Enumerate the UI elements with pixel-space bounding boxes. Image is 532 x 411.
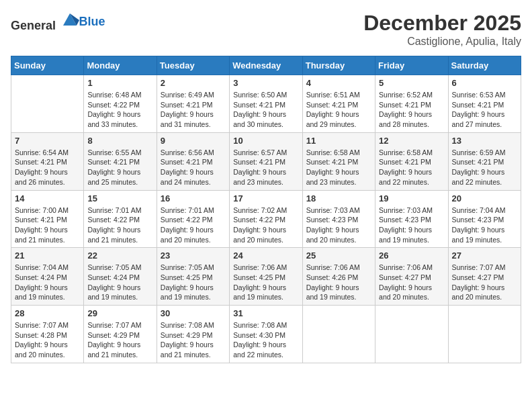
day-info: Sunrise: 6:56 AMSunset: 4:21 PMDaylight:…	[161, 148, 226, 187]
weekday-header-saturday: Saturday	[448, 56, 521, 75]
day-number: 26	[379, 250, 444, 261]
calendar-cell: 8Sunrise: 6:55 AMSunset: 4:21 PMDaylight…	[84, 132, 157, 190]
week-row-2: 7Sunrise: 6:54 AMSunset: 4:21 PMDaylight…	[11, 132, 521, 190]
logo: General Blue	[11, 11, 105, 33]
weekday-header-wednesday: Wednesday	[230, 56, 302, 75]
day-number: 1	[87, 78, 152, 88]
calendar-cell: 16Sunrise: 7:01 AMSunset: 4:22 PMDayligh…	[157, 190, 229, 248]
day-number: 19	[379, 193, 444, 203]
calendar-table: SundayMondayTuesdayWednesdayThursdayFrid…	[11, 56, 521, 363]
week-row-3: 14Sunrise: 7:00 AMSunset: 4:21 PMDayligh…	[11, 190, 521, 248]
day-info: Sunrise: 6:58 AMSunset: 4:21 PMDaylight:…	[306, 148, 371, 187]
calendar-cell: 15Sunrise: 7:01 AMSunset: 4:22 PMDayligh…	[84, 190, 157, 248]
calendar-cell: 6Sunrise: 6:53 AMSunset: 4:21 PMDaylight…	[448, 75, 521, 133]
day-info: Sunrise: 6:49 AMSunset: 4:21 PMDaylight:…	[161, 90, 226, 130]
day-number: 9	[161, 136, 226, 146]
day-number: 30	[161, 308, 226, 318]
day-number: 7	[15, 136, 80, 146]
calendar-cell: 24Sunrise: 7:06 AMSunset: 4:25 PMDayligh…	[230, 248, 302, 306]
day-info: Sunrise: 6:51 AMSunset: 4:21 PMDaylight:…	[306, 90, 371, 130]
calendar-cell: 27Sunrise: 7:07 AMSunset: 4:27 PMDayligh…	[448, 248, 521, 306]
calendar-cell: 29Sunrise: 7:07 AMSunset: 4:29 PMDayligh…	[84, 306, 157, 363]
calendar-cell: 30Sunrise: 7:08 AMSunset: 4:29 PMDayligh…	[157, 306, 229, 363]
calendar-cell: 14Sunrise: 7:00 AMSunset: 4:21 PMDayligh…	[11, 190, 84, 248]
week-row-5: 28Sunrise: 7:07 AMSunset: 4:28 PMDayligh…	[11, 306, 521, 363]
day-number: 8	[87, 136, 152, 146]
day-number: 31	[233, 308, 298, 318]
day-number: 21	[15, 250, 80, 261]
day-number: 6	[452, 78, 517, 88]
calendar-cell: 23Sunrise: 7:05 AMSunset: 4:25 PMDayligh…	[157, 248, 229, 306]
calendar-cell: 21Sunrise: 7:04 AMSunset: 4:24 PMDayligh…	[11, 248, 84, 306]
day-info: Sunrise: 7:05 AMSunset: 4:25 PMDaylight:…	[161, 263, 226, 302]
day-number: 24	[233, 250, 298, 261]
calendar-cell: 26Sunrise: 7:06 AMSunset: 4:27 PMDayligh…	[375, 248, 448, 306]
calendar-cell: 13Sunrise: 6:59 AMSunset: 4:21 PMDayligh…	[448, 132, 521, 190]
month-title: December 2025	[363, 11, 521, 36]
calendar-cell	[448, 306, 521, 363]
day-info: Sunrise: 6:53 AMSunset: 4:21 PMDaylight:…	[452, 90, 517, 130]
day-number: 11	[306, 136, 371, 146]
day-number: 25	[306, 250, 371, 261]
day-number: 29	[87, 308, 152, 318]
page-header: General Blue December 2025 Castiglione, …	[11, 11, 521, 48]
day-info: Sunrise: 6:55 AMSunset: 4:21 PMDaylight:…	[87, 148, 152, 187]
calendar-cell: 12Sunrise: 6:58 AMSunset: 4:21 PMDayligh…	[375, 132, 448, 190]
location-title: Castiglione, Apulia, Italy	[363, 36, 521, 48]
logo-icon	[60, 11, 79, 30]
calendar-cell: 28Sunrise: 7:07 AMSunset: 4:28 PMDayligh…	[11, 306, 84, 363]
day-info: Sunrise: 7:00 AMSunset: 4:21 PMDaylight:…	[15, 205, 80, 245]
weekday-header-sunday: Sunday	[11, 56, 84, 75]
day-number: 14	[15, 193, 80, 203]
day-number: 18	[306, 193, 371, 203]
day-number: 3	[233, 78, 298, 88]
day-info: Sunrise: 7:03 AMSunset: 4:23 PMDaylight:…	[306, 205, 371, 245]
day-info: Sunrise: 7:03 AMSunset: 4:23 PMDaylight:…	[379, 205, 444, 245]
day-info: Sunrise: 7:02 AMSunset: 4:22 PMDaylight:…	[233, 205, 298, 245]
day-info: Sunrise: 6:48 AMSunset: 4:22 PMDaylight:…	[87, 90, 152, 130]
day-number: 23	[161, 250, 226, 261]
weekday-header-row: SundayMondayTuesdayWednesdayThursdayFrid…	[11, 56, 521, 75]
logo-blue: Blue	[79, 15, 105, 28]
day-info: Sunrise: 6:58 AMSunset: 4:21 PMDaylight:…	[379, 148, 444, 187]
day-info: Sunrise: 7:06 AMSunset: 4:26 PMDaylight:…	[306, 263, 371, 302]
day-number: 28	[15, 308, 80, 318]
day-number: 22	[87, 250, 152, 261]
calendar-cell	[375, 306, 448, 363]
day-number: 5	[379, 78, 444, 88]
calendar-cell: 11Sunrise: 6:58 AMSunset: 4:21 PMDayligh…	[302, 132, 375, 190]
day-number: 12	[379, 136, 444, 146]
calendar-cell: 31Sunrise: 7:08 AMSunset: 4:30 PMDayligh…	[230, 306, 302, 363]
day-info: Sunrise: 7:05 AMSunset: 4:24 PMDaylight:…	[87, 263, 152, 302]
day-number: 4	[306, 78, 371, 88]
calendar-cell	[302, 306, 375, 363]
day-info: Sunrise: 7:01 AMSunset: 4:22 PMDaylight:…	[87, 205, 152, 245]
day-number: 10	[233, 136, 298, 146]
day-info: Sunrise: 7:06 AMSunset: 4:25 PMDaylight:…	[233, 263, 298, 302]
calendar-cell: 10Sunrise: 6:57 AMSunset: 4:21 PMDayligh…	[230, 132, 302, 190]
weekday-header-thursday: Thursday	[302, 56, 375, 75]
day-info: Sunrise: 7:04 AMSunset: 4:23 PMDaylight:…	[452, 205, 517, 245]
weekday-header-monday: Monday	[84, 56, 157, 75]
logo-general: General	[11, 19, 56, 32]
day-number: 2	[161, 78, 226, 88]
day-info: Sunrise: 7:07 AMSunset: 4:29 PMDaylight:…	[87, 320, 152, 360]
calendar-cell: 9Sunrise: 6:56 AMSunset: 4:21 PMDaylight…	[157, 132, 229, 190]
day-info: Sunrise: 6:50 AMSunset: 4:21 PMDaylight:…	[233, 90, 298, 130]
calendar-cell: 17Sunrise: 7:02 AMSunset: 4:22 PMDayligh…	[230, 190, 302, 248]
week-row-1: 1Sunrise: 6:48 AMSunset: 4:22 PMDaylight…	[11, 75, 521, 133]
calendar-cell: 22Sunrise: 7:05 AMSunset: 4:24 PMDayligh…	[84, 248, 157, 306]
day-info: Sunrise: 7:08 AMSunset: 4:29 PMDaylight:…	[161, 320, 226, 360]
calendar-cell: 19Sunrise: 7:03 AMSunset: 4:23 PMDayligh…	[375, 190, 448, 248]
day-info: Sunrise: 7:08 AMSunset: 4:30 PMDaylight:…	[233, 320, 298, 360]
day-number: 17	[233, 193, 298, 203]
calendar-cell: 18Sunrise: 7:03 AMSunset: 4:23 PMDayligh…	[302, 190, 375, 248]
day-info: Sunrise: 7:01 AMSunset: 4:22 PMDaylight:…	[161, 205, 226, 245]
day-info: Sunrise: 7:07 AMSunset: 4:27 PMDaylight:…	[452, 263, 517, 302]
day-number: 16	[161, 193, 226, 203]
day-number: 13	[452, 136, 517, 146]
day-info: Sunrise: 7:04 AMSunset: 4:24 PMDaylight:…	[15, 263, 80, 302]
calendar-cell	[11, 75, 84, 133]
day-info: Sunrise: 7:07 AMSunset: 4:28 PMDaylight:…	[15, 320, 80, 360]
calendar-cell: 2Sunrise: 6:49 AMSunset: 4:21 PMDaylight…	[157, 75, 229, 133]
